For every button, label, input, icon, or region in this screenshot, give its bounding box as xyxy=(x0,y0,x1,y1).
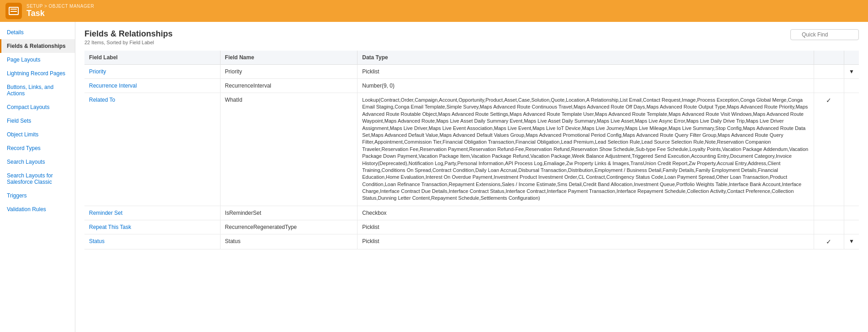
table-row: Status Status Picklist ✓ ▼ xyxy=(84,234,859,249)
breadcrumb-setup-link[interactable]: SETUP xyxy=(26,4,43,9)
col-header-field-name: Field Name xyxy=(220,51,358,65)
table-row: Reminder Set IsReminderSet Checkbox xyxy=(84,206,859,220)
col-header-field-label: Field Label xyxy=(84,51,220,65)
top-header: SETUP > OBJECT MANAGER Task xyxy=(0,0,868,22)
sidebar: Details Fields & Relationships Page Layo… xyxy=(0,22,75,332)
checkmark-icon: ✓ xyxy=(826,238,831,245)
main-layout: Details Fields & Relationships Page Layo… xyxy=(0,22,868,332)
dropdown-cell[interactable]: ▼ xyxy=(844,65,859,79)
field-label-link[interactable]: Status xyxy=(89,238,105,244)
content-title-area: Fields & Relationships 22 Items, Sorted … xyxy=(84,29,173,45)
data-type-cell: Checkbox xyxy=(358,206,814,220)
field-label-link[interactable]: Reminder Set xyxy=(89,210,122,216)
field-label-link[interactable]: Priority xyxy=(89,68,106,75)
field-label-cell: Repeat This Task xyxy=(84,220,220,234)
table-row: Related To WhatId Lookup(Contract,Order,… xyxy=(84,93,859,206)
sidebar-item-object-limits[interactable]: Object Limits xyxy=(0,128,75,141)
field-name-cell: IsReminderSet xyxy=(220,206,358,220)
sidebar-item-validation-rules[interactable]: Validation Rules xyxy=(0,202,75,216)
sidebar-item-field-sets[interactable]: Field Sets xyxy=(0,114,75,128)
checkmark-cell: ✓ xyxy=(814,234,844,249)
field-label-link[interactable]: Related To xyxy=(89,97,115,103)
sidebar-item-triggers[interactable]: Triggers xyxy=(0,189,75,202)
field-name-cell: RecurrenceRegeneratedType xyxy=(220,220,358,234)
table-row: Recurrence Interval RecurrenceInterval N… xyxy=(84,79,859,93)
fields-table: Field Label Field Name Data Type Priorit… xyxy=(84,51,859,249)
data-type-cell: Picklist xyxy=(358,65,814,79)
breadcrumb-area: SETUP > OBJECT MANAGER Task xyxy=(26,4,94,18)
field-label-link[interactable]: Recurrence Interval xyxy=(89,83,137,89)
field-label-cell: Priority xyxy=(84,65,220,79)
field-label-cell: Reminder Set xyxy=(84,206,220,220)
sidebar-item-search-layouts[interactable]: Search Layouts xyxy=(0,155,75,169)
dropdown-cell[interactable]: ▼ xyxy=(844,234,859,249)
table-row: Priority Priority Picklist ▼ xyxy=(84,65,859,79)
content-header: Fields & Relationships 22 Items, Sorted … xyxy=(84,29,859,45)
sidebar-item-fields-relationships[interactable]: Fields & Relationships xyxy=(0,39,75,53)
sidebar-item-search-layouts-classic[interactable]: Search Layouts for Salesforce Classic xyxy=(0,169,75,189)
breadcrumb-object-manager-link[interactable]: OBJECT MANAGER xyxy=(49,4,95,9)
page-title: Task xyxy=(26,9,94,18)
app-icon-graphic xyxy=(9,7,19,15)
app-icon xyxy=(5,3,22,19)
checkmark-cell: ✓ xyxy=(814,93,844,206)
sidebar-item-lightning-record-pages[interactable]: Lightning Record Pages xyxy=(0,67,75,80)
col-header-actions-2 xyxy=(844,51,859,65)
field-name-cell: RecurrenceInterval xyxy=(220,79,358,93)
field-name-cell: Priority xyxy=(220,65,358,79)
data-type-cell-related-to: Lookup(Contract,Order,Campaign,Account,O… xyxy=(358,93,814,206)
checkmark-cell xyxy=(814,206,844,220)
field-label-cell: Recurrence Interval xyxy=(84,79,220,93)
sidebar-item-buttons-links-actions[interactable]: Buttons, Links, and Actions xyxy=(0,80,75,100)
sidebar-item-details[interactable]: Details xyxy=(0,26,75,39)
dropdown-arrow-icon[interactable]: ▼ xyxy=(849,238,854,244)
table-row: Repeat This Task RecurrenceRegeneratedTy… xyxy=(84,220,859,234)
dropdown-cell xyxy=(844,79,859,93)
field-name-cell: WhatId xyxy=(220,93,358,206)
checkmark-cell xyxy=(814,79,844,93)
field-name-cell: Status xyxy=(220,234,358,249)
sidebar-item-compact-layouts[interactable]: Compact Layouts xyxy=(0,100,75,114)
data-type-cell: Number(9, 0) xyxy=(358,79,814,93)
content-title: Fields & Relationships xyxy=(84,29,173,39)
table-header-row: Field Label Field Name Data Type xyxy=(84,51,859,65)
checkmark-cell xyxy=(814,220,844,234)
sidebar-item-page-layouts[interactable]: Page Layouts xyxy=(0,53,75,67)
dropdown-arrow-icon[interactable]: ▼ xyxy=(849,68,854,75)
col-header-actions-1 xyxy=(814,51,844,65)
quick-find-input[interactable] xyxy=(790,29,859,40)
checkmark-icon: ✓ xyxy=(826,97,831,104)
col-header-data-type: Data Type xyxy=(358,51,814,65)
breadcrumb-separator: > xyxy=(44,4,49,9)
data-type-cell: Picklist xyxy=(358,220,814,234)
data-type-cell: Picklist xyxy=(358,234,814,249)
dropdown-cell xyxy=(844,93,859,206)
field-label-cell: Related To xyxy=(84,93,220,206)
dropdown-cell xyxy=(844,206,859,220)
main-content: Fields & Relationships 22 Items, Sorted … xyxy=(75,22,868,332)
quick-find-wrapper: 🔍 xyxy=(790,29,859,40)
breadcrumb: SETUP > OBJECT MANAGER xyxy=(26,4,94,9)
dropdown-cell xyxy=(844,220,859,234)
field-label-cell: Status xyxy=(84,234,220,249)
sidebar-item-record-types[interactable]: Record Types xyxy=(0,141,75,155)
field-label-link[interactable]: Repeat This Task xyxy=(89,224,131,230)
checkmark-cell xyxy=(814,65,844,79)
content-subtitle: 22 Items, Sorted by Field Label xyxy=(84,40,173,45)
